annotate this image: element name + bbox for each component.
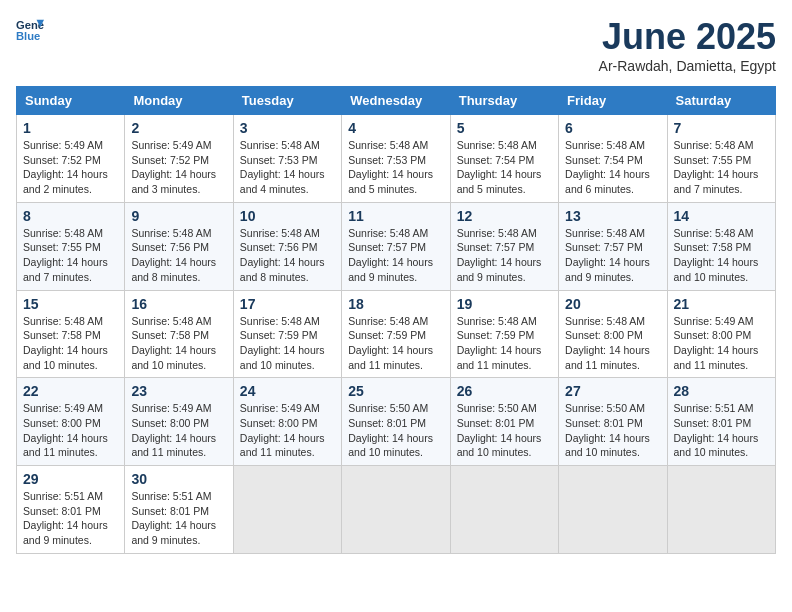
table-row: 6Sunrise: 5:48 AMSunset: 7:54 PMDaylight… bbox=[559, 115, 667, 203]
table-row: 19Sunrise: 5:48 AMSunset: 7:59 PMDayligh… bbox=[450, 290, 558, 378]
table-row: 30Sunrise: 5:51 AMSunset: 8:01 PMDayligh… bbox=[125, 466, 233, 554]
col-header-monday: Monday bbox=[125, 87, 233, 115]
table-row bbox=[559, 466, 667, 554]
table-row: 25Sunrise: 5:50 AMSunset: 8:01 PMDayligh… bbox=[342, 378, 450, 466]
logo-icon: General Blue bbox=[16, 16, 44, 44]
calendar-header-row: SundayMondayTuesdayWednesdayThursdayFrid… bbox=[17, 87, 776, 115]
table-row: 27Sunrise: 5:50 AMSunset: 8:01 PMDayligh… bbox=[559, 378, 667, 466]
table-row: 3Sunrise: 5:48 AMSunset: 7:53 PMDaylight… bbox=[233, 115, 341, 203]
table-row: 13Sunrise: 5:48 AMSunset: 7:57 PMDayligh… bbox=[559, 202, 667, 290]
calendar-week-2: 8Sunrise: 5:48 AMSunset: 7:55 PMDaylight… bbox=[17, 202, 776, 290]
table-row bbox=[450, 466, 558, 554]
table-row: 14Sunrise: 5:48 AMSunset: 7:58 PMDayligh… bbox=[667, 202, 775, 290]
col-header-saturday: Saturday bbox=[667, 87, 775, 115]
table-row: 20Sunrise: 5:48 AMSunset: 8:00 PMDayligh… bbox=[559, 290, 667, 378]
table-row: 21Sunrise: 5:49 AMSunset: 8:00 PMDayligh… bbox=[667, 290, 775, 378]
table-row: 16Sunrise: 5:48 AMSunset: 7:58 PMDayligh… bbox=[125, 290, 233, 378]
table-row: 22Sunrise: 5:49 AMSunset: 8:00 PMDayligh… bbox=[17, 378, 125, 466]
table-row: 18Sunrise: 5:48 AMSunset: 7:59 PMDayligh… bbox=[342, 290, 450, 378]
calendar-week-1: 1Sunrise: 5:49 AMSunset: 7:52 PMDaylight… bbox=[17, 115, 776, 203]
table-row: 26Sunrise: 5:50 AMSunset: 8:01 PMDayligh… bbox=[450, 378, 558, 466]
table-row: 7Sunrise: 5:48 AMSunset: 7:55 PMDaylight… bbox=[667, 115, 775, 203]
col-header-thursday: Thursday bbox=[450, 87, 558, 115]
calendar-table: SundayMondayTuesdayWednesdayThursdayFrid… bbox=[16, 86, 776, 554]
location: Ar-Rawdah, Damietta, Egypt bbox=[599, 58, 776, 74]
table-row: 12Sunrise: 5:48 AMSunset: 7:57 PMDayligh… bbox=[450, 202, 558, 290]
col-header-friday: Friday bbox=[559, 87, 667, 115]
calendar-week-4: 22Sunrise: 5:49 AMSunset: 8:00 PMDayligh… bbox=[17, 378, 776, 466]
col-header-tuesday: Tuesday bbox=[233, 87, 341, 115]
page-header: General Blue June 2025 Ar-Rawdah, Damiet… bbox=[16, 16, 776, 74]
table-row: 11Sunrise: 5:48 AMSunset: 7:57 PMDayligh… bbox=[342, 202, 450, 290]
table-row: 10Sunrise: 5:48 AMSunset: 7:56 PMDayligh… bbox=[233, 202, 341, 290]
table-row: 4Sunrise: 5:48 AMSunset: 7:53 PMDaylight… bbox=[342, 115, 450, 203]
table-row: 2Sunrise: 5:49 AMSunset: 7:52 PMDaylight… bbox=[125, 115, 233, 203]
month-title: June 2025 bbox=[599, 16, 776, 58]
table-row: 9Sunrise: 5:48 AMSunset: 7:56 PMDaylight… bbox=[125, 202, 233, 290]
table-row: 29Sunrise: 5:51 AMSunset: 8:01 PMDayligh… bbox=[17, 466, 125, 554]
col-header-sunday: Sunday bbox=[17, 87, 125, 115]
table-row: 8Sunrise: 5:48 AMSunset: 7:55 PMDaylight… bbox=[17, 202, 125, 290]
table-row: 17Sunrise: 5:48 AMSunset: 7:59 PMDayligh… bbox=[233, 290, 341, 378]
table-row: 15Sunrise: 5:48 AMSunset: 7:58 PMDayligh… bbox=[17, 290, 125, 378]
logo: General Blue bbox=[16, 16, 44, 44]
table-row: 1Sunrise: 5:49 AMSunset: 7:52 PMDaylight… bbox=[17, 115, 125, 203]
table-row bbox=[233, 466, 341, 554]
table-row: 28Sunrise: 5:51 AMSunset: 8:01 PMDayligh… bbox=[667, 378, 775, 466]
calendar-week-3: 15Sunrise: 5:48 AMSunset: 7:58 PMDayligh… bbox=[17, 290, 776, 378]
table-row bbox=[667, 466, 775, 554]
table-row bbox=[342, 466, 450, 554]
calendar-week-5: 29Sunrise: 5:51 AMSunset: 8:01 PMDayligh… bbox=[17, 466, 776, 554]
table-row: 23Sunrise: 5:49 AMSunset: 8:00 PMDayligh… bbox=[125, 378, 233, 466]
title-block: June 2025 Ar-Rawdah, Damietta, Egypt bbox=[599, 16, 776, 74]
col-header-wednesday: Wednesday bbox=[342, 87, 450, 115]
table-row: 24Sunrise: 5:49 AMSunset: 8:00 PMDayligh… bbox=[233, 378, 341, 466]
svg-text:Blue: Blue bbox=[16, 30, 40, 42]
table-row: 5Sunrise: 5:48 AMSunset: 7:54 PMDaylight… bbox=[450, 115, 558, 203]
